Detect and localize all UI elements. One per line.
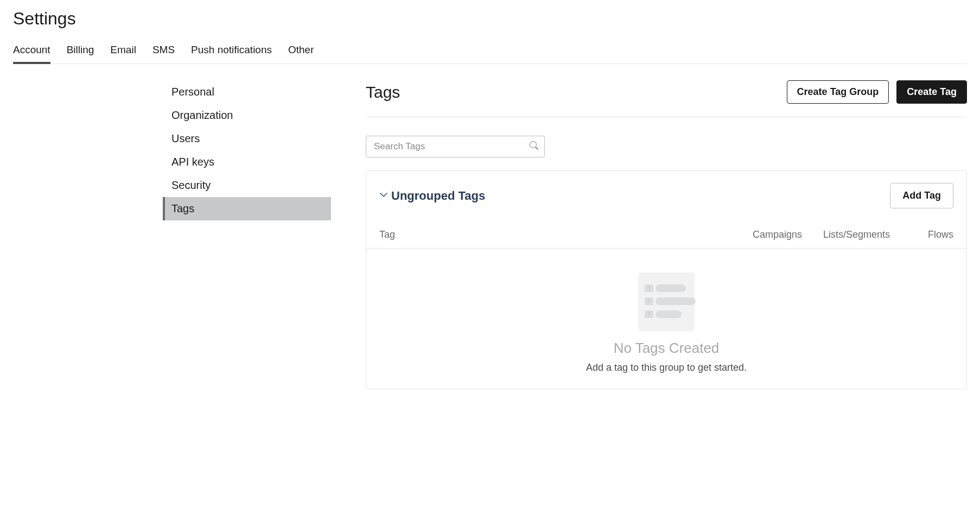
svg-rect-3 [656,284,686,292]
empty-title: No Tags Created [614,340,720,357]
create-tag-button[interactable]: Create Tag [896,80,967,104]
search-input[interactable] [366,136,545,157]
svg-rect-9 [656,310,682,318]
sidebar-item-security[interactable]: Security [163,174,331,197]
svg-text:?: ? [647,312,651,318]
table-header: Tag Campaigns Lists/Segments Flows [366,219,966,249]
column-flows: Flows [915,229,953,240]
create-tag-group-button[interactable]: Create Tag Group [787,80,889,104]
tabs-nav: Account Billing Email SMS Push notificat… [13,44,967,64]
sidebar-item-users[interactable]: Users [163,127,331,150]
sidebar: Personal Organization Users API keys Sec… [163,80,331,389]
column-campaigns: Campaigns [753,229,823,240]
svg-text:?: ? [647,299,651,305]
panel-title: Ungrouped Tags [391,189,485,203]
tab-other[interactable]: Other [288,44,314,64]
empty-state: ? ? ? No Tags Created Add a tag to this … [366,249,966,389]
add-tag-button[interactable]: Add Tag [890,183,953,208]
sidebar-item-tags[interactable]: Tags [163,197,331,220]
sidebar-item-personal[interactable]: Personal [163,80,331,104]
tab-billing[interactable]: Billing [67,44,94,64]
tab-email[interactable]: Email [110,44,136,64]
chevron-down-icon [379,191,388,201]
tab-sms[interactable]: SMS [152,44,175,64]
empty-subtitle: Add a tag to this group to get started. [586,362,747,373]
page-title: Settings [13,9,967,29]
tab-push-notifications[interactable]: Push notifications [191,44,272,64]
main-title: Tags [366,83,400,102]
panel-title-toggle[interactable]: Ungrouped Tags [379,189,485,203]
column-tag: Tag [379,229,753,240]
column-lists: Lists/Segments [823,229,915,240]
tab-account[interactable]: Account [13,44,50,64]
svg-text:?: ? [647,286,651,291]
empty-illustration-icon: ? ? ? [634,272,699,332]
ungrouped-tags-panel: Ungrouped Tags Add Tag Tag Campaigns Lis… [366,170,967,389]
svg-rect-6 [656,297,696,305]
sidebar-item-organization[interactable]: Organization [163,104,331,127]
sidebar-item-api-keys[interactable]: API keys [163,150,331,174]
